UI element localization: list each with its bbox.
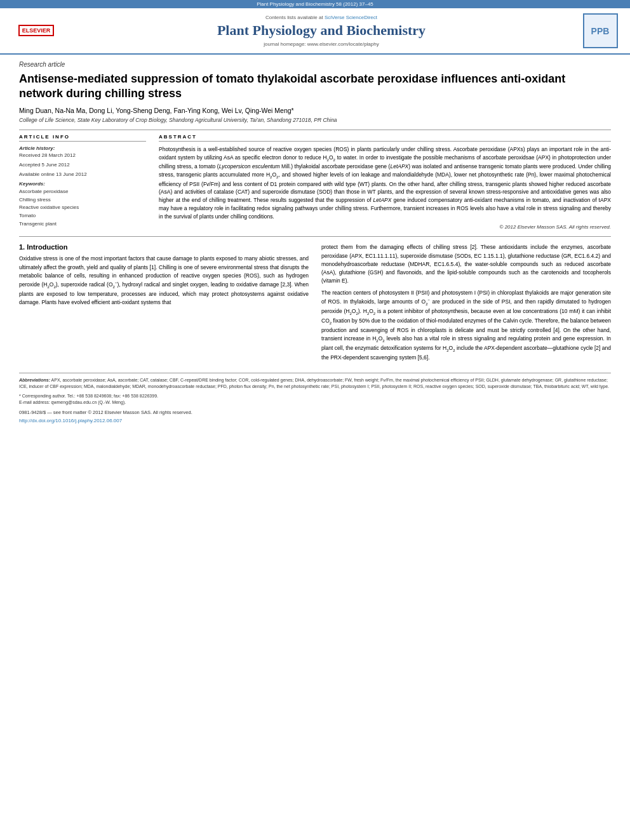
abstract-col: Abstract Photosynthesis is a well-establ… (159, 134, 611, 230)
abbreviations: Abbreviations: APX, ascorbate peroxidase… (19, 377, 611, 390)
elsevier-text: ELSEVIER (22, 27, 51, 34)
received-date: Received 28 March 2012 (19, 152, 146, 158)
footnote-section: Abbreviations: APX, ascorbate peroxidase… (19, 373, 611, 425)
copyright-line: © 2012 Elsevier Masson SAS. All rights r… (159, 224, 611, 230)
keywords-list: Ascorbate peroxidase Chilling stress Rea… (19, 188, 146, 229)
intro-para2: protect them from the damaging effects o… (321, 243, 611, 285)
abbrev-text: APX, ascorbate peroxidase; AsA, ascorbat… (19, 378, 609, 389)
article-info-heading: Article Info (19, 134, 146, 142)
body-col-right: protect them from the damaging effects o… (321, 243, 611, 366)
elsevier-logo-section: ELSEVIER (8, 25, 65, 37)
journal-header: ELSEVIER Contents lists available at Sci… (0, 8, 630, 55)
article-type: Research article (19, 61, 611, 68)
abbrev-label: Abbreviations: (19, 378, 50, 382)
divider-1 (19, 130, 611, 130)
section-title-text: Introduction (27, 243, 67, 251)
section-number: 1. (19, 243, 25, 251)
keyword-2: Chilling stress (19, 196, 146, 204)
ppb-logo: PPB (583, 13, 618, 48)
article-title: Antisense-mediated suppression of tomato… (19, 72, 611, 102)
body-section: 1. Introduction Oxidative stress is one … (19, 243, 611, 366)
sciverse-line: Contents lists available at SciVerse Sci… (65, 15, 578, 20)
accepted-date: Accepted 5 June 2012 (19, 162, 146, 168)
issn-line: 0981-9428/$ — see front matter © 2012 El… (19, 409, 611, 416)
intro-para3: The reaction centers of photosystem II (… (321, 289, 611, 362)
journal-homepage: journal homepage: www.elsevier.com/locat… (65, 41, 578, 47)
body-col-left: 1. Introduction Oxidative stress is one … (19, 243, 309, 366)
journal-title: Plant Physiology and Biochemistry (65, 22, 578, 39)
header-center: Contents lists available at SciVerse Sci… (65, 15, 578, 46)
divider-2 (19, 236, 611, 237)
doi-link[interactable]: http://dx.doi.org/10.1016/j.plaphy.2012.… (19, 417, 611, 425)
sciverse-prefix: Contents lists available at (265, 15, 323, 20)
info-abstract-section: Article Info Article history: Received 2… (19, 134, 611, 230)
main-content: Research article Antisense-mediated supp… (0, 55, 630, 431)
sciverse-link[interactable]: SciVerse ScienceDirect (325, 15, 377, 20)
abstract-text: Photosynthesis is a well-established sou… (159, 145, 611, 221)
history-label: Article history: (19, 145, 146, 151)
available-date: Available online 13 June 2012 (19, 171, 146, 177)
article-info-col: Article Info Article history: Received 2… (19, 134, 146, 230)
journal-top-bar: Plant Physiology and Biochemistry 58 (20… (0, 0, 630, 8)
ppb-logo-section: PPB (578, 13, 622, 48)
keyword-5: Transgenic plant (19, 220, 146, 229)
intro-section-title: 1. Introduction (19, 243, 309, 251)
email-line: E-mail address: qwmeng@sdau.edu.cn (Q.-W… (19, 399, 611, 406)
keyword-1: Ascorbate peroxidase (19, 188, 146, 196)
abstract-heading: Abstract (159, 134, 611, 142)
keyword-3: Reactive oxidative species (19, 204, 146, 212)
affiliation: College of Life Science, State Key Labor… (19, 117, 611, 123)
authors: Ming Duan, Na-Na Ma, Dong Li, Yong-Sheng… (19, 107, 611, 114)
corresponding-author: * Corresponding author. Tel.: +86 538 82… (19, 393, 611, 400)
journal-citation: Plant Physiology and Biochemistry 58 (20… (257, 1, 373, 7)
elsevier-logo: ELSEVIER (18, 25, 55, 36)
keyword-4: Tomato (19, 212, 146, 220)
intro-para1: Oxidative stress is one of the most impo… (19, 255, 309, 307)
keywords-label: Keywords: (19, 181, 146, 187)
